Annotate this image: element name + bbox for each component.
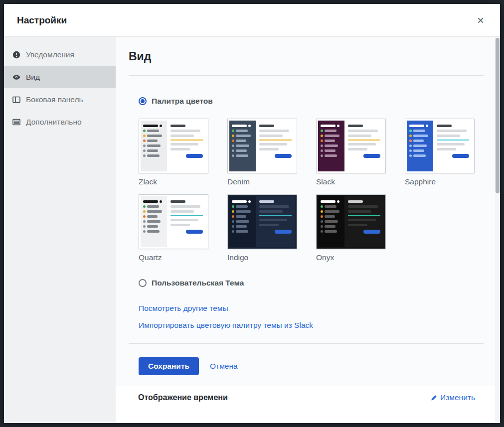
theme-preview-content	[433, 121, 473, 171]
divider	[129, 343, 484, 344]
theme-preview	[405, 119, 475, 173]
sidebar-item-notifications[interactable]: Уведомления	[4, 43, 116, 66]
sidebar-item-sidebar-panel[interactable]: Боковая панель	[4, 88, 116, 111]
theme-preview-content	[256, 196, 295, 247]
theme-accent-line	[259, 215, 292, 216]
theme-option[interactable]: Sapphire	[405, 119, 494, 186]
theme-preview-sidebar	[229, 121, 256, 171]
theme-name: Denim	[227, 177, 316, 186]
theme-accent-line	[170, 140, 203, 141]
theme-preview-content	[167, 121, 206, 171]
color-palette-radio[interactable]	[139, 97, 147, 105]
appearance-section: Вид Палитра цветов	[116, 37, 500, 386]
modal-body: Уведомления Вид Боковая панель Дополните…	[4, 37, 500, 423]
theme-button-pill	[186, 154, 203, 158]
theme-name: Quartz	[139, 253, 227, 262]
theme-accent-line	[348, 215, 380, 216]
modal-header: Настройки ×	[4, 4, 500, 37]
theme-option[interactable]: Quartz	[139, 194, 227, 262]
theme-preview	[227, 194, 297, 249]
theme-preview-content	[256, 121, 295, 171]
theme-button-pill	[363, 154, 380, 158]
sidebar-item-label: Уведомления	[26, 50, 74, 59]
settings-modal: Настройки × Уведомления Вид Боковая пан	[4, 4, 500, 423]
theme-name: Onyx	[316, 253, 405, 262]
settings-content: Вид Палитра цветов	[116, 37, 500, 423]
theme-accent-line	[170, 215, 203, 216]
scrollbar-thumb[interactable]	[496, 38, 500, 193]
theme-name: Slack	[316, 177, 405, 186]
theme-preview	[139, 194, 208, 249]
theme-button-pill	[275, 154, 292, 158]
theme-name: Sapphire	[405, 177, 494, 186]
theme-accent-line	[437, 140, 469, 141]
theme-preview-sidebar	[141, 121, 167, 171]
sidebar-panel-icon	[12, 96, 20, 104]
theme-option[interactable]: Onyx	[316, 194, 405, 262]
theme-option[interactable]: Slack	[316, 119, 405, 186]
theme-links: Посмотреть другие темы Импортировать цве…	[139, 304, 484, 330]
form-actions: Сохранить Отмена	[139, 357, 484, 375]
pencil-icon	[431, 395, 437, 401]
theme-name: Zlack	[139, 177, 227, 186]
color-palette-radio-row[interactable]: Палитра цветов	[139, 97, 484, 106]
theme-preview-content	[167, 196, 206, 247]
sidebar-item-advanced[interactable]: Дополнительно	[4, 111, 116, 133]
theme-button-pill	[186, 230, 203, 234]
theme-button-pill	[363, 230, 380, 234]
more-themes-link[interactable]: Посмотреть другие темы	[139, 304, 484, 313]
theme-preview-sidebar	[318, 196, 344, 247]
theme-preview-content	[344, 196, 384, 247]
sidebar-item-label: Боковая панель	[26, 95, 83, 104]
theme-button-pill	[452, 154, 469, 158]
theme-preview	[227, 119, 297, 173]
theme-preview-sidebar	[141, 196, 167, 247]
theme-preview	[316, 194, 386, 249]
custom-theme-radio[interactable]	[139, 279, 147, 287]
theme-accent-line	[259, 140, 292, 141]
sidebar-item-appearance[interactable]: Вид	[4, 66, 116, 88]
modal-title: Настройки	[17, 15, 67, 26]
theme-button-pill	[275, 230, 292, 234]
time-display-section: Отображение времени Изменить	[116, 393, 500, 402]
theme-preview-sidebar	[229, 196, 256, 247]
theme-option[interactable]: Denim	[227, 119, 316, 186]
cancel-link[interactable]: Отмена	[210, 362, 238, 371]
color-palette-label: Палитра цветов	[152, 97, 213, 106]
sidebar-item-label: Дополнительно	[26, 118, 82, 127]
custom-theme-radio-row[interactable]: Пользовательская Тема	[139, 279, 484, 287]
theme-preview	[316, 119, 386, 173]
import-slack-palette-link[interactable]: Импортировать цветовую палитру темы из S…	[139, 321, 484, 330]
theme-preview-sidebar	[318, 121, 344, 171]
app-backdrop: { "ui_colors": { "primary_blue": "#2457c…	[0, 0, 504, 427]
divider	[129, 75, 484, 76]
edit-time-label: Изменить	[440, 393, 475, 402]
theme-preview-sidebar	[407, 121, 433, 171]
settings-nav: Уведомления Вид Боковая панель Дополните…	[4, 37, 116, 423]
edit-time-link[interactable]: Изменить	[431, 393, 475, 402]
close-button[interactable]: ×	[474, 12, 487, 28]
theme-option[interactable]: Zlack	[139, 119, 227, 186]
theme-name: Indigo	[227, 253, 316, 262]
notifications-icon	[12, 51, 20, 59]
theme-option[interactable]: Indigo	[227, 194, 316, 262]
theme-preview	[139, 119, 208, 173]
time-display-title: Отображение времени	[138, 393, 228, 402]
eye-icon	[12, 73, 20, 81]
custom-theme-label: Пользовательская Тема	[152, 279, 244, 287]
theme-accent-line	[348, 140, 380, 141]
theme-grid: Zlack Denim	[139, 119, 484, 262]
scrollbar-track[interactable]	[495, 37, 500, 423]
save-button[interactable]: Сохранить	[139, 357, 199, 375]
sidebar-item-label: Вид	[26, 73, 40, 82]
theme-preview-content	[344, 121, 384, 171]
page-title: Вид	[129, 49, 484, 63]
advanced-icon	[12, 118, 20, 126]
